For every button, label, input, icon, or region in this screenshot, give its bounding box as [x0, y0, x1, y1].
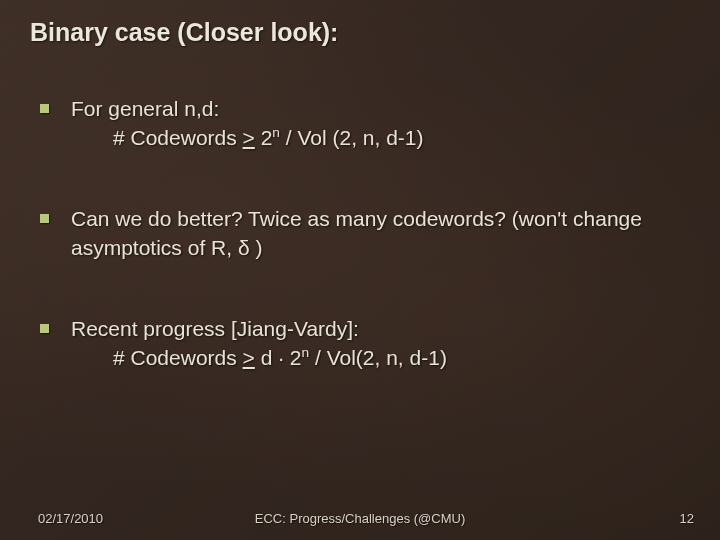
- bullet-icon: [40, 324, 49, 333]
- text-indent: # Codewords > 2n / Vol (2, n, d-1): [71, 126, 424, 149]
- page-number: 12: [680, 511, 694, 526]
- footer-center: ECC: Progress/Challenges (@CMU): [255, 511, 465, 526]
- slide: Binary case (Closer look): For general n…: [0, 0, 720, 540]
- bullet-text: Can we do better? Twice as many codeword…: [71, 205, 690, 263]
- text-indent: # Codewords > d · 2n / Vol(2, n, d-1): [71, 346, 447, 369]
- text-fragment: / Vol (2, n, d-1): [280, 126, 424, 149]
- text-fragment: # Codewords: [113, 126, 243, 149]
- list-item: Can we do better? Twice as many codeword…: [40, 205, 690, 263]
- text-fragment: # Codewords: [113, 346, 243, 369]
- bullet-icon: [40, 214, 49, 223]
- superscript: n: [302, 345, 310, 360]
- list-item: Recent progress [Jiang-Vardy]: # Codewor…: [40, 315, 690, 373]
- list-item: For general n,d: # Codewords > 2n / Vol …: [40, 95, 690, 153]
- text-fragment: d · 2: [255, 346, 302, 369]
- superscript: n: [272, 125, 280, 140]
- bullet-icon: [40, 104, 49, 113]
- text-line: Can we do better? Twice as many codeword…: [71, 207, 642, 259]
- text-line: For general n,d:: [71, 97, 219, 120]
- text-fragment: 2: [255, 126, 273, 149]
- slide-title: Binary case (Closer look):: [30, 18, 690, 47]
- text-line: Recent progress [Jiang-Vardy]:: [71, 317, 359, 340]
- ge-symbol: >: [243, 346, 255, 369]
- text-fragment: / Vol(2, n, d-1): [309, 346, 447, 369]
- footer-date: 02/17/2010: [38, 511, 103, 526]
- bullet-text: Recent progress [Jiang-Vardy]: # Codewor…: [71, 315, 690, 373]
- footer: 02/17/2010 ECC: Progress/Challenges (@CM…: [0, 511, 720, 526]
- bullet-list: For general n,d: # Codewords > 2n / Vol …: [30, 95, 690, 373]
- ge-symbol: >: [243, 126, 255, 149]
- bullet-text: For general n,d: # Codewords > 2n / Vol …: [71, 95, 690, 153]
